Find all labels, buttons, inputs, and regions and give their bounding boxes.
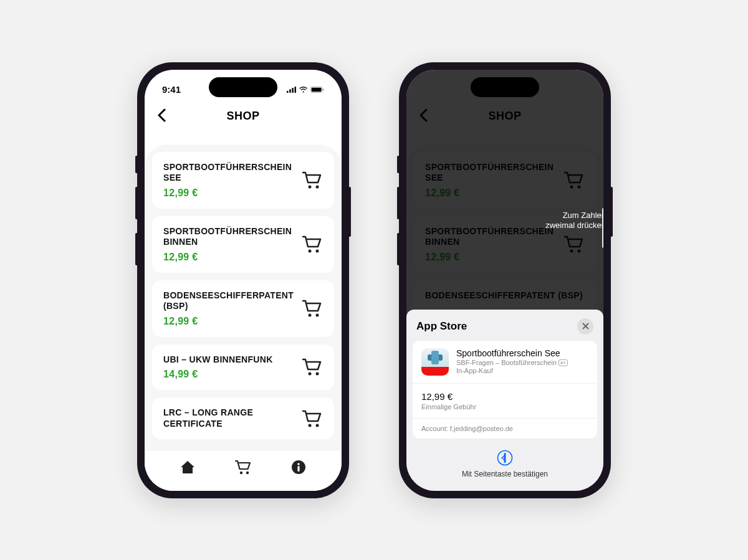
purchase-price-sub: Einmalige Gebühr (421, 403, 588, 411)
cart-icon (302, 299, 323, 318)
phone-mockup-1: 9:41 SHOP SPORTBOOTFÜHRERSCHEIN SEE 12,9… (137, 62, 349, 498)
shop-item-price: 12,99 € (163, 187, 294, 199)
phone-side-button-right (349, 187, 351, 237)
home-icon (180, 460, 196, 475)
svg-point-14 (316, 373, 319, 376)
shop-item[interactable]: SPORTBOOTFÜHRERSCHEIN BINNEN 12,99 € (152, 216, 334, 273)
svg-point-7 (309, 186, 312, 189)
dynamic-island (471, 77, 539, 97)
confirm-area: Mit Seitentaste bestätigen (406, 439, 603, 478)
svg-rect-2 (292, 88, 294, 93)
cellular-icon (287, 86, 296, 93)
cart-icon (234, 459, 252, 475)
side-hint-indicator (602, 208, 603, 248)
phone-side-buttons-left (397, 156, 399, 279)
age-rating-badge: 4+ (559, 359, 568, 366)
tab-home[interactable] (179, 458, 196, 476)
phone-side-button-right (611, 187, 613, 237)
svg-point-12 (316, 314, 319, 317)
purchase-item-title: Sportbootführerschein See (456, 348, 568, 358)
side-button-confirm-icon (497, 450, 513, 466)
screen-payment: SHOP SPORTBOOTFÜHRERSCHEIN SEE 12,99 € S… (406, 70, 603, 491)
cart-button[interactable] (302, 358, 323, 376)
shop-item-price: 14,99 € (163, 369, 294, 380)
phone-mockup-2: SHOP SPORTBOOTFÜHRERSCHEIN SEE 12,99 € S… (399, 62, 611, 498)
shop-item-title: BODENSEESCHIFFERPATENT (BSP) (163, 290, 294, 312)
info-icon (291, 460, 306, 475)
svg-point-17 (240, 471, 242, 473)
svg-rect-21 (298, 466, 300, 472)
side-button-hint: Zum Zahlen zweimal drücken (545, 211, 603, 232)
purchase-price: 12,99 € (421, 391, 588, 402)
confirm-text: Mit Seitentaste bestätigen (406, 470, 603, 478)
svg-point-18 (246, 471, 249, 473)
side-hint-line1: Zum Zahlen (545, 211, 603, 221)
sheet-card: Sportbootführerschein See SBF-Fragen – B… (413, 341, 597, 439)
screen-shop: 9:41 SHOP SPORTBOOTFÜHRERSCHEIN SEE 12,9… (145, 70, 342, 491)
back-button[interactable] (157, 108, 166, 122)
shop-item-title: LRC – LONG RANGE CERTIFICATE (163, 407, 294, 429)
purchase-item-type: In-App-Kauf (456, 367, 568, 374)
shop-item[interactable]: UBI – UKW BINNENFUNK 14,99 € (152, 344, 334, 391)
svg-point-13 (309, 373, 312, 376)
app-icon (421, 348, 449, 376)
app-header: SHOP (145, 100, 342, 129)
svg-point-20 (298, 463, 300, 465)
purchase-item-sub: SBF-Fragen – Bootsführerschein4+ (456, 359, 568, 367)
app-store-sheet: App Store Sportbootführerschein See SBF-… (406, 310, 603, 491)
close-button[interactable] (577, 318, 593, 335)
shop-item[interactable]: SPORTBOOTFÜHRERSCHEIN SEE 12,99 € (152, 152, 334, 209)
cart-button[interactable] (302, 409, 323, 428)
svg-point-16 (316, 424, 319, 427)
svg-point-8 (316, 186, 319, 189)
cart-icon (302, 235, 323, 254)
svg-point-10 (316, 250, 319, 253)
battery-icon (310, 86, 324, 93)
svg-rect-5 (312, 87, 322, 92)
tab-shop[interactable] (234, 458, 252, 476)
cart-button[interactable] (302, 235, 323, 254)
status-indicators (287, 86, 324, 93)
svg-rect-3 (295, 87, 297, 93)
tab-bar (145, 451, 342, 491)
side-hint-line2: zweimal drücken (545, 221, 603, 231)
shop-item-title: SPORTBOOTFÜHRERSCHEIN SEE (163, 162, 294, 184)
svg-rect-0 (287, 90, 289, 92)
svg-rect-6 (323, 88, 324, 90)
shop-item[interactable]: BODENSEESCHIFFERPATENT (BSP) 12,99 € (152, 280, 334, 337)
svg-point-9 (309, 250, 312, 253)
status-time: 9:41 (162, 84, 199, 95)
shop-item-title: UBI – UKW BINNENFUNK (163, 354, 294, 366)
cart-icon (302, 358, 323, 376)
dynamic-island (209, 77, 277, 97)
tab-info[interactable] (290, 458, 307, 476)
shop-content[interactable]: SPORTBOOTFÜHRERSCHEIN SEE 12,99 € SPORTB… (145, 145, 342, 451)
svg-point-11 (309, 314, 312, 317)
svg-point-15 (309, 424, 312, 427)
svg-rect-27 (504, 453, 506, 463)
svg-rect-1 (289, 89, 291, 93)
shop-item-price: 12,99 € (163, 252, 294, 263)
chevron-left-icon (157, 108, 166, 122)
page-title: SHOP (226, 110, 259, 123)
cart-button[interactable] (302, 171, 323, 189)
account-info: Account: f.jedding@posteo.de (413, 419, 597, 439)
shop-item[interactable]: LRC – LONG RANGE CERTIFICATE (152, 397, 334, 439)
wifi-icon (299, 86, 307, 93)
cart-icon (302, 171, 323, 189)
cart-icon (302, 409, 323, 428)
sheet-title: App Store (416, 320, 467, 333)
shop-item-title: SPORTBOOTFÜHRERSCHEIN BINNEN (163, 226, 294, 248)
phone-side-buttons-left (135, 156, 137, 279)
cart-button[interactable] (302, 299, 323, 318)
close-icon (582, 323, 589, 330)
shop-item-price: 12,99 € (163, 316, 294, 327)
